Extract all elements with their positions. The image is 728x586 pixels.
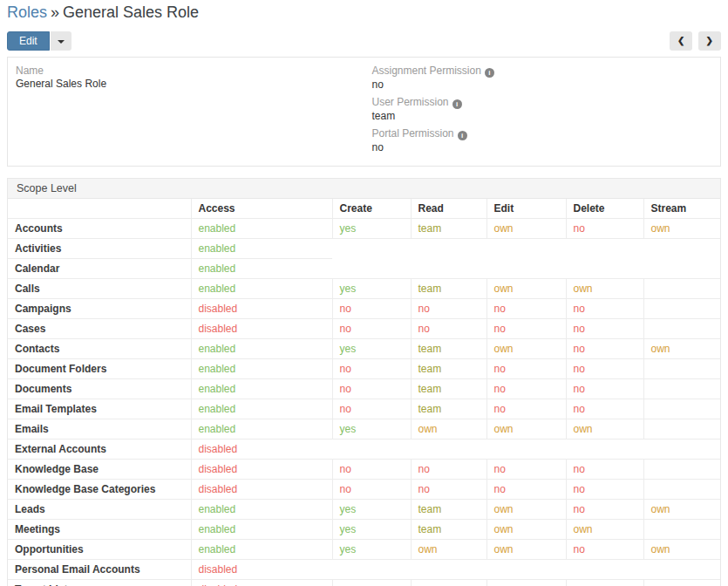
access-cell: enabled xyxy=(191,359,332,379)
level-cell: own xyxy=(411,540,486,560)
level-cell: own xyxy=(486,500,566,520)
level-cell: no xyxy=(411,319,486,339)
level-cell: no xyxy=(332,319,411,339)
breadcrumb-roles-link[interactable]: Roles xyxy=(7,3,47,21)
table-row: Opportunitiesenabledyesownownnoown xyxy=(8,540,720,560)
level-cell: own xyxy=(566,419,643,440)
table-row: Contactsenabledyesteamownnoown xyxy=(8,339,720,359)
column-header: Delete xyxy=(566,199,643,219)
breadcrumb: Roles»General Sales Role xyxy=(7,3,721,22)
info-icon[interactable]: i xyxy=(485,68,494,78)
page: Roles»General Sales Role Edit ❮ ❯ Name G… xyxy=(0,3,728,586)
access-cell: enabled xyxy=(191,219,332,239)
column-header: Access xyxy=(191,199,332,219)
level-cell: own xyxy=(566,279,643,299)
scope-name-cell: Contacts xyxy=(8,339,191,359)
level-cell: own xyxy=(486,219,566,239)
scope-level-table: AccessCreateReadEditDeleteStream Account… xyxy=(8,199,720,586)
level-cell: no xyxy=(566,379,643,399)
column-header: Read xyxy=(411,199,486,219)
assignment-permission-label: Assignment Permission xyxy=(372,65,481,77)
access-cell: enabled xyxy=(191,379,332,399)
scope-name-cell: Knowledge Base Categories xyxy=(8,480,191,500)
level-cell xyxy=(643,419,720,440)
level-cell xyxy=(643,359,720,379)
level-cell: yes xyxy=(332,279,411,299)
level-cell: team xyxy=(411,339,486,359)
access-cell: enabled xyxy=(191,399,332,419)
level-cell: no xyxy=(566,399,643,419)
level-cell xyxy=(643,580,720,586)
level-cell: own xyxy=(486,520,566,540)
column-header xyxy=(8,199,191,219)
level-cell: own xyxy=(643,540,720,560)
scope-name-cell: Campaigns xyxy=(8,299,191,319)
level-cell: no xyxy=(566,359,643,379)
level-cell: no xyxy=(411,480,486,500)
user-permission-value: team xyxy=(372,110,713,122)
level-cell: yes xyxy=(332,500,411,520)
scope-name-cell: Personal Email Accounts xyxy=(8,560,191,580)
level-cell: no xyxy=(332,399,411,419)
access-cell: enabled xyxy=(191,419,332,440)
table-row: Document Foldersenablednoteamnono xyxy=(8,359,720,379)
level-cell: own xyxy=(643,219,720,239)
scope-name-cell: Activities xyxy=(8,239,191,259)
level-cell xyxy=(643,460,720,480)
access-cell: disabled xyxy=(191,480,332,500)
access-cell: enabled xyxy=(191,239,332,259)
previous-record-button[interactable]: ❮ xyxy=(670,31,692,51)
edit-button[interactable]: Edit xyxy=(7,31,50,51)
level-cell: yes xyxy=(332,219,411,239)
level-cell: no xyxy=(332,299,411,319)
column-header: Stream xyxy=(643,199,720,219)
access-cell: enabled xyxy=(191,540,332,560)
breadcrumb-separator: » xyxy=(47,3,63,21)
access-cell: disabled xyxy=(191,580,332,586)
name-field: Name General Sales Role xyxy=(16,65,357,90)
table-row: Personal Email Accountsdisabled xyxy=(8,560,720,580)
level-cell: yes xyxy=(332,419,411,440)
chevron-down-icon xyxy=(58,40,65,44)
level-cell: no xyxy=(332,460,411,480)
name-field-value: General Sales Role xyxy=(16,78,357,90)
level-cell: team xyxy=(411,500,486,520)
assignment-permission-value: no xyxy=(372,78,713,91)
level-cell: no xyxy=(566,299,643,319)
scope-name-cell: Cases xyxy=(8,319,191,339)
table-header-row: AccessCreateReadEditDeleteStream xyxy=(8,199,720,219)
table-row: Target Listsdisablednononono xyxy=(8,580,720,586)
scope-name-cell: External Accounts xyxy=(8,440,191,460)
level-cell: no xyxy=(486,580,566,586)
portal-permission-field: Portal Permissioni no xyxy=(372,127,713,153)
access-cell: enabled xyxy=(191,500,332,520)
user-permission-label: User Permission xyxy=(372,96,449,108)
info-icon[interactable]: i xyxy=(458,131,467,140)
table-row: Email Templatesenablednoteamnono xyxy=(8,399,720,419)
level-cell xyxy=(643,399,720,419)
column-header: Create xyxy=(332,199,411,219)
level-cell: team xyxy=(411,279,486,299)
next-record-button[interactable]: ❯ xyxy=(698,31,721,51)
level-cell: no xyxy=(486,399,566,419)
level-cell xyxy=(643,520,720,540)
info-icon[interactable]: i xyxy=(452,99,462,109)
scope-name-cell: Email Templates xyxy=(8,399,191,419)
level-cell: no xyxy=(566,460,643,480)
level-cell: no xyxy=(486,299,566,319)
level-cell: yes xyxy=(332,540,411,560)
table-row: Leadsenabledyesteamownnoown xyxy=(8,500,720,520)
level-cell xyxy=(643,319,720,339)
scope-level-panel: Scope Level AccessCreateReadEditDeleteSt… xyxy=(7,178,721,586)
level-cell: own xyxy=(486,540,566,560)
name-field-label: Name xyxy=(16,65,357,77)
access-cell: enabled xyxy=(191,339,332,359)
scope-name-cell: Knowledge Base xyxy=(8,460,191,480)
edit-dropdown-button[interactable] xyxy=(51,31,71,51)
scope-level-panel-title: Scope Level xyxy=(8,179,720,199)
table-row: Callsenabledyesteamownown xyxy=(8,279,720,299)
level-cell: team xyxy=(411,399,486,419)
level-cell: own xyxy=(566,520,643,540)
level-cell xyxy=(643,480,720,500)
table-row: Activitiesenabled xyxy=(8,239,720,259)
